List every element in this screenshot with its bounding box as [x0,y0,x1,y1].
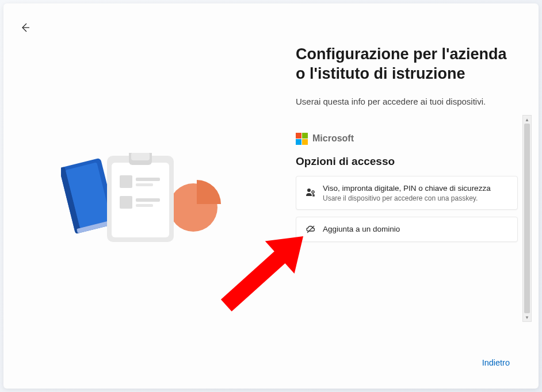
svg-rect-12 [120,196,132,209]
page-title: Configurazione per l'azienda o l'istitut… [296,45,521,84]
option-domain-join[interactable]: Aggiunta a un dominio [296,217,518,242]
option-subtitle: Usare il dispositivo per accedere con un… [323,194,491,202]
illustration-pane [3,3,285,389]
svg-rect-14 [136,204,153,207]
form-pane: Configurazione per l'azienda o l'istitut… [285,3,539,389]
svg-point-15 [307,189,311,192]
cloud-off-icon [306,224,316,235]
microsoft-logo-icon [296,133,308,145]
option-title: Aggiunta a un dominio [323,224,400,235]
scrollbar[interactable]: ▲ ▼ [522,115,532,322]
setup-illustration [61,153,228,256]
content-area: Configurazione per l'azienda o l'istitut… [3,3,539,389]
passkey-icon [306,187,316,198]
option-passkey[interactable]: Viso, impronta digitale, PIN o chiave di… [296,176,518,210]
scroll-down-icon[interactable]: ▼ [523,313,531,321]
section-title: Opzioni di accesso [296,155,518,168]
brand-label: Microsoft [312,133,354,144]
option-text: Aggiunta a un dominio [323,224,400,235]
options-scroll-area: Microsoft Opzioni di accesso Viso, impro… [296,133,518,243]
svg-rect-11 [136,183,153,186]
brand-row: Microsoft [296,133,518,145]
scrollbar-thumb[interactable] [524,124,530,313]
svg-rect-9 [120,175,132,188]
footer: Indietro [482,358,510,368]
svg-rect-13 [136,198,160,202]
page-subtitle: Userai questa info per accedere ai tuoi … [296,97,521,106]
svg-rect-10 [136,178,160,181]
svg-rect-8 [131,153,150,160]
svg-point-16 [312,191,314,193]
scroll-up-icon[interactable]: ▲ [523,116,531,124]
option-title: Viso, impronta digitale, PIN o chiave di… [323,183,491,194]
option-text: Viso, impronta digitale, PIN o chiave di… [323,183,491,203]
oobe-window: Configurazione per l'azienda o l'istitut… [3,3,539,389]
back-link[interactable]: Indietro [482,358,510,367]
